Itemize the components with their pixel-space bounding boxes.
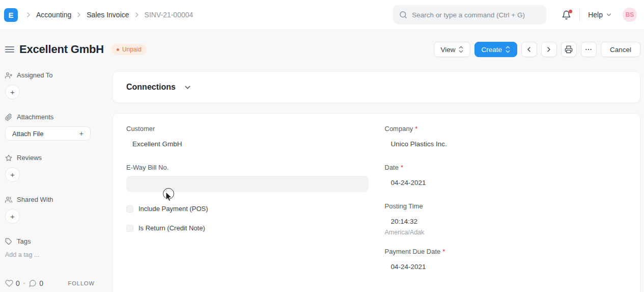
next-document-button[interactable] (541, 42, 557, 57)
help-label: Help (588, 11, 603, 19)
form-sidebar: Assigned To + Attachments Attach File + … (5, 71, 102, 292)
sort-chevrons-icon (505, 46, 511, 53)
view-button-label: View (440, 46, 455, 54)
app-logo-icon[interactable]: E (4, 8, 18, 22)
users-icon (5, 196, 12, 203)
sidebar-toggle-icon[interactable] (5, 45, 14, 54)
eway-bill-input[interactable] (126, 176, 369, 192)
navbar: E Accounting Sales Invoice SINV-21-00004 (0, 0, 644, 30)
printer-icon (565, 45, 573, 54)
page-actions: View Create Cancel (434, 42, 640, 57)
chevron-right-icon (24, 11, 33, 19)
posting-time-value[interactable]: 20:14:32 (385, 215, 627, 228)
form-body: Connections Customer Excellent GmbH E-Wa… (113, 71, 640, 292)
navbar-divider (579, 8, 580, 21)
assigned-to-label: Assigned To (17, 71, 53, 79)
chevron-right-icon (75, 11, 83, 19)
shared-with-section: Shared With (5, 196, 102, 203)
details-section: Customer Excellent GmbH E-Way Bill No. I… (113, 113, 640, 292)
customer-label: Customer (126, 125, 369, 132)
previous-document-button[interactable] (521, 42, 537, 57)
page-title: Excellent GmbH (19, 43, 104, 56)
menu-button[interactable] (581, 42, 597, 57)
notifications-button[interactable] (562, 10, 571, 20)
company-field: Company* Unico Plastics Inc. (385, 125, 627, 151)
view-button[interactable]: View (434, 42, 470, 57)
posting-time-field: Posting Time 20:14:32 (385, 202, 627, 228)
search-input[interactable] (412, 11, 540, 19)
add-assignment-button[interactable]: + (5, 85, 20, 99)
company-value[interactable]: Unico Plastics Inc. (385, 137, 627, 151)
chevron-down-icon (605, 11, 612, 18)
company-label: Company* (385, 125, 627, 132)
customer-value[interactable]: Excellent GmbH (126, 137, 369, 151)
add-share-button[interactable]: + (5, 209, 20, 224)
reviews-label: Reviews (17, 154, 42, 162)
tags-label: Tags (17, 237, 31, 245)
tags-section: Tags (5, 237, 102, 245)
is-return-label: Is Return (Credit Note) (138, 224, 205, 232)
plus-icon: + (79, 129, 83, 138)
breadcrumb-item-current: SINV-21-00004 (145, 11, 193, 19)
is-return-checkbox[interactable] (126, 225, 133, 232)
connections-section[interactable]: Connections (113, 71, 640, 103)
attachments-label: Attachments (17, 113, 53, 121)
comment-button[interactable]: 0 (29, 279, 43, 287)
comment-icon (29, 279, 37, 287)
reviews-section: Reviews (5, 154, 102, 162)
like-button[interactable]: 0 (5, 279, 20, 287)
comment-count: 0 (39, 279, 43, 287)
help-menu[interactable]: Help (588, 11, 612, 19)
connections-title: Connections (126, 83, 176, 92)
date-field: Date* 04-24-2021 (385, 164, 627, 190)
date-label: Date* (385, 164, 627, 171)
ellipsis-icon (584, 45, 593, 54)
assign-user-icon (5, 72, 12, 79)
star-icon (5, 154, 12, 162)
fields-right-column: Company* Unico Plastics Inc. Date* 04-24… (385, 125, 627, 286)
timezone-text: America/Adak (385, 229, 627, 236)
shared-with-label: Shared With (17, 196, 53, 203)
eway-bill-field: E-Way Bill No. (126, 164, 369, 192)
payment-due-date-field: Payment Due Date* 04-24-2021 (385, 248, 627, 274)
date-value[interactable]: 04-24-2021 (385, 176, 627, 190)
tag-icon (5, 238, 12, 245)
attachments-section: Attachments (5, 113, 102, 121)
status-badge-label: Unpaid (122, 46, 142, 53)
required-marker: * (401, 164, 403, 171)
posting-time-label: Posting Time (385, 202, 627, 210)
add-tag-input[interactable]: Add a tag ... (5, 251, 102, 258)
breadcrumb: Accounting Sales Invoice SINV-21-00004 (21, 11, 193, 19)
payment-due-date-value[interactable]: 04-24-2021 (385, 260, 627, 274)
create-button-label: Create (481, 46, 502, 54)
required-marker: * (442, 248, 445, 255)
follow-button[interactable]: FOLLOW (68, 280, 95, 286)
attach-file-label: Attach File (12, 130, 43, 138)
chevron-down-icon (183, 83, 192, 92)
print-button[interactable] (561, 42, 577, 57)
include-payment-checkbox[interactable] (126, 205, 133, 213)
chevron-left-icon (525, 45, 533, 54)
avatar[interactable]: BS (623, 8, 637, 22)
status-badge: Unpaid (111, 44, 147, 55)
cancel-button[interactable]: Cancel (601, 42, 640, 57)
breadcrumb-item-accounting[interactable]: Accounting (36, 11, 71, 19)
is-return-checkbox-row[interactable]: Is Return (Credit Note) (126, 224, 369, 232)
payment-due-date-label: Payment Due Date* (385, 248, 627, 255)
sort-chevrons-icon (458, 46, 464, 53)
heart-icon (5, 279, 13, 287)
add-review-button[interactable]: + (5, 167, 20, 182)
chevron-right-icon (545, 45, 553, 54)
include-payment-checkbox-row[interactable]: Include Payment (POS) (126, 205, 369, 213)
create-button[interactable]: Create (474, 42, 517, 57)
attach-file-button[interactable]: Attach File + (5, 126, 91, 141)
page-head: Excellent GmbH Unpaid View Create Cancel (5, 41, 640, 58)
customer-field: Customer Excellent GmbH (126, 125, 369, 151)
fields-left-column: Customer Excellent GmbH E-Way Bill No. I… (126, 125, 369, 286)
required-marker: * (415, 125, 417, 132)
like-count: 0 (16, 279, 20, 287)
global-search[interactable] (393, 5, 546, 24)
include-payment-label: Include Payment (POS) (138, 205, 208, 213)
count-separator: · (23, 279, 25, 288)
breadcrumb-item-sales-invoice[interactable]: Sales Invoice (87, 11, 129, 19)
